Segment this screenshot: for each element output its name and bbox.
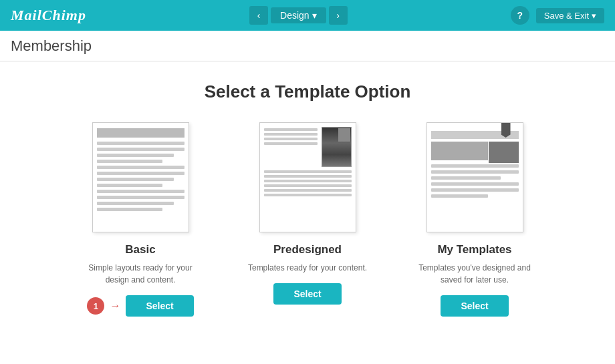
mytemp-gray-block [431, 142, 488, 160]
basic-line-9 [97, 190, 184, 193]
nav-next-button[interactable]: › [329, 6, 348, 25]
basic-line-2 [97, 148, 184, 151]
basic-line-8 [97, 184, 162, 187]
basic-header-bar [97, 128, 184, 138]
nav-right: ? Save & Exit ▾ [511, 6, 604, 25]
nav-prev-button[interactable]: ‹ [249, 6, 268, 25]
nav-design-label: Design [280, 10, 310, 21]
predesigned-card-title: Predesigned [273, 243, 342, 256]
mytemp-line-4 [431, 182, 519, 186]
pre-bottom-line-6 [264, 194, 352, 196]
my-templates-card-title: My Templates [437, 243, 511, 256]
pre-bottom-line-1 [264, 170, 352, 173]
basic-card-desc: Simple layouts ready for your design and… [77, 262, 204, 286]
breadcrumb: Membership [0, 31, 615, 61]
basic-line-12 [97, 208, 162, 211]
app-header: MailChimp ‹ Design ▾ › ? Save & Exit ▾ [0, 0, 615, 31]
basic-line-7 [97, 178, 174, 181]
basic-line-6 [97, 172, 184, 175]
predesigned-card-desc: Templates ready for your content. [248, 262, 367, 274]
mytemp-dark-block [489, 142, 519, 163]
mytemp-line-5 [431, 188, 519, 192]
pre-lines-left [264, 128, 322, 147]
mytemp-line-3 [431, 176, 501, 180]
basic-line-11 [97, 202, 174, 205]
app-logo: MailChimp [11, 7, 86, 24]
save-exit-button[interactable]: Save & Exit ▾ [536, 8, 604, 23]
hint-badge: 1 [87, 297, 104, 315]
nav-center: ‹ Design ▾ › [249, 6, 348, 25]
mytemp-main [431, 142, 519, 160]
pre-line-1 [264, 128, 318, 131]
mytemplate-preview [426, 122, 523, 232]
main-content: Select a Template Option Basic Simple la… [0, 61, 615, 364]
save-exit-label: Save & Exit [544, 11, 589, 21]
pre-line-3 [264, 138, 318, 140]
pre-bottom-line-2 [264, 175, 352, 178]
page-title: Select a Template Option [205, 81, 411, 102]
save-exit-dropdown-icon: ▾ [592, 11, 596, 21]
basic-template-preview [92, 122, 189, 232]
pre-line-4 [264, 142, 318, 145]
pre-tag-shape [338, 128, 350, 142]
hint-arrow-icon: → [110, 300, 120, 312]
pre-line-2 [264, 133, 318, 136]
predesigned-select-button[interactable]: Select [273, 283, 341, 305]
basic-line-4 [97, 160, 162, 163]
bookmark-icon [501, 123, 511, 138]
basic-line-3 [97, 154, 174, 157]
card-predesigned: Predesigned Templates ready for your con… [244, 122, 371, 305]
basic-line-10 [97, 196, 184, 199]
basic-select-button[interactable]: Select [126, 295, 193, 317]
card-my-templates: My Templates Templates you've designed a… [411, 122, 538, 317]
cards-container: Basic Simple layouts ready for your desi… [77, 122, 538, 317]
help-button[interactable]: ? [511, 6, 529, 25]
basic-card-title: Basic [125, 243, 155, 256]
pre-bottom-line-5 [264, 189, 352, 192]
breadcrumb-title: Membership [11, 37, 92, 55]
mytemp-line-6 [431, 194, 488, 198]
pre-bottom-line-3 [264, 180, 352, 182]
pre-bottom-lines [264, 170, 352, 196]
my-templates-card-desc: Templates you've designed and saved for … [411, 262, 538, 286]
basic-line-5 [97, 166, 184, 169]
pre-bottom-line-4 [264, 184, 352, 187]
mytemp-line-1 [431, 164, 519, 168]
mytemp-line-2 [431, 170, 519, 174]
basic-line-1 [97, 142, 184, 145]
nav-design-button[interactable]: Design ▾ [271, 7, 326, 23]
predesigned-template-preview [259, 122, 356, 232]
basic-hint-area: 1 → Select [87, 295, 193, 317]
card-basic: Basic Simple layouts ready for your desi… [77, 122, 204, 317]
my-templates-select-button[interactable]: Select [441, 295, 508, 317]
nav-design-dropdown-icon: ▾ [312, 10, 317, 21]
